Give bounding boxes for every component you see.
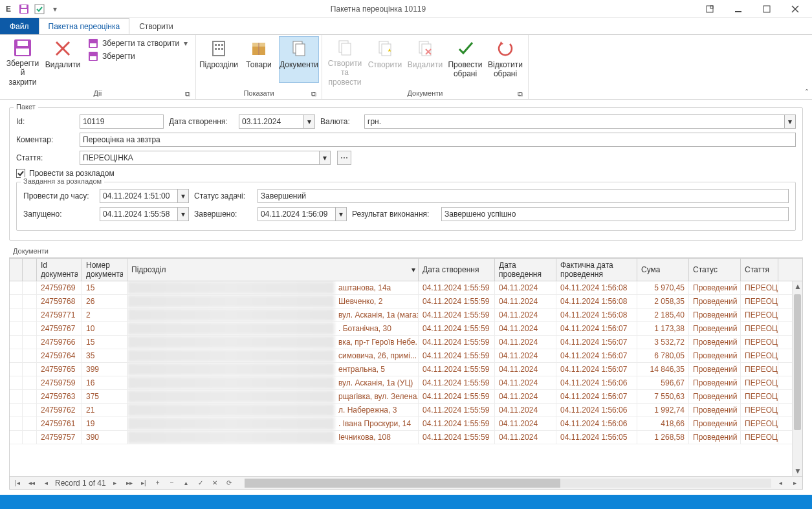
- chevron-down-icon[interactable]: ▾: [303, 114, 315, 129]
- row-selector-header[interactable]: [10, 259, 23, 281]
- pin-button[interactable]: [696, 0, 724, 18]
- qat-save-as-icon[interactable]: [34, 3, 45, 15]
- row-selector[interactable]: [10, 309, 23, 321]
- row-selector[interactable]: [10, 404, 23, 417]
- row-selector[interactable]: [10, 295, 23, 308]
- row-selector[interactable]: [10, 349, 23, 362]
- nav-edit[interactable]: ▴: [181, 478, 192, 488]
- nav-end-edit[interactable]: ✓: [195, 478, 206, 488]
- qat-save-icon[interactable]: [18, 3, 30, 15]
- article-field[interactable]: ПЕРЕОЦІНКА▾: [80, 151, 331, 165]
- row-selector[interactable]: [10, 336, 23, 349]
- tab-main[interactable]: Пакетна переоцінка: [39, 18, 130, 34]
- vertical-scrollbar[interactable]: ▲ ▼: [792, 281, 802, 476]
- run-selected-button[interactable]: Провести обрані: [445, 36, 485, 83]
- scrollbar-thumb[interactable]: [794, 294, 801, 430]
- col-article[interactable]: Стаття: [741, 259, 778, 281]
- minimize-button[interactable]: [724, 0, 752, 18]
- nav-last[interactable]: ▸|: [138, 478, 149, 488]
- filter-dropdown-icon[interactable]: ▾: [411, 265, 415, 274]
- hscrollbar-thumb[interactable]: [245, 479, 561, 488]
- comment-field[interactable]: Переоцінка на звзтра: [80, 133, 796, 147]
- nav-cancel[interactable]: ✕: [210, 478, 220, 488]
- table-row[interactable]: 2475975916вул. Асканія, 1а (УЦ)04.11.202…: [10, 376, 802, 390]
- col-status[interactable]: Статус: [689, 259, 741, 281]
- qat-dropdown-icon[interactable]: ▾: [49, 3, 61, 15]
- horizontal-scrollbar[interactable]: [245, 479, 771, 488]
- nav-next-page[interactable]: ▸▸: [124, 478, 135, 488]
- chevron-down-icon[interactable]: ▾: [335, 207, 347, 221]
- tab-create[interactable]: Створити: [129, 18, 183, 34]
- maximize-button[interactable]: [752, 0, 781, 18]
- scroll-down-icon[interactable]: ▼: [793, 466, 802, 476]
- hscroll-right-icon[interactable]: ▸: [789, 478, 800, 488]
- chevron-down-icon[interactable]: ▾: [784, 114, 796, 129]
- rollback-selected-button[interactable]: Відкотити обрані: [485, 36, 525, 83]
- save-button[interactable]: Зберегти: [87, 50, 189, 62]
- nav-first[interactable]: |◂: [12, 478, 23, 488]
- chevron-down-icon[interactable]: ▾: [319, 151, 331, 165]
- col-number[interactable]: Номер документа: [82, 259, 127, 281]
- nav-prev-page[interactable]: ◂◂: [27, 478, 37, 488]
- nav-remove[interactable]: −: [167, 478, 177, 488]
- col-created[interactable]: Дата створення: [419, 259, 495, 281]
- table-row[interactable]: 2475976615вка, пр-т Героїв Небе...04.11.…: [10, 336, 802, 349]
- save-and-create-button[interactable]: Зберегти та створити ▾: [87, 38, 189, 49]
- scroll-up-icon[interactable]: ▲: [793, 281, 802, 292]
- close-button[interactable]: [781, 0, 809, 18]
- finished-field[interactable]: 04.11.2024 1:56:09▾: [258, 207, 347, 221]
- id-field[interactable]: 10119: [80, 114, 164, 129]
- table-row[interactable]: 2475976435симовича, 26, примі...04.11.20…: [10, 349, 802, 363]
- currency-field[interactable]: грн.▾: [364, 114, 796, 129]
- hscroll-left-icon[interactable]: ◂: [775, 478, 785, 488]
- nav-prev[interactable]: ◂: [41, 478, 51, 488]
- table-row[interactable]: 2475976119. Івана Проскури, 1404.11.2024…: [10, 417, 802, 431]
- row-selector[interactable]: [10, 390, 23, 403]
- dialog-launcher-icon[interactable]: ⧉: [516, 90, 524, 98]
- chevron-down-icon[interactable]: ▾: [177, 189, 189, 203]
- table-row[interactable]: 2475976221л. Набережна, 304.11.2024 1:55…: [10, 404, 802, 417]
- table-row[interactable]: 24759763375рщагівка, вул. Зелена...04.11…: [10, 390, 802, 404]
- table-row[interactable]: 24759757390Іечникова, 10804.11.2024 1:55…: [10, 431, 802, 444]
- col-date-run[interactable]: Дата проведення: [495, 259, 556, 281]
- date-field[interactable]: 03.11.2024▾: [239, 114, 315, 129]
- create-run-button[interactable]: Створити та провести: [325, 36, 365, 83]
- run-until-field[interactable]: 04.11.2024 1:51:00▾: [100, 189, 189, 203]
- row-indicator-header[interactable]: [23, 259, 37, 281]
- delete-one-button[interactable]: Видалити: [405, 36, 445, 83]
- delete-button[interactable]: Видалити: [43, 36, 83, 83]
- run-by-schedule-checkbox[interactable]: Провести за розкладом: [16, 169, 796, 178]
- save-close-button[interactable]: Зберегти й закрити: [3, 36, 43, 83]
- col-fact-date[interactable]: Фактична дата проведення: [556, 259, 637, 281]
- table-row[interactable]: 247597712вул. Асканія, 1а (магаз...04.11…: [10, 309, 802, 322]
- col-sum[interactable]: Сума: [637, 259, 689, 281]
- tab-file[interactable]: Файл: [0, 18, 39, 34]
- documents-button[interactable]: Документи: [279, 36, 319, 83]
- row-selector[interactable]: [10, 431, 23, 444]
- col-division[interactable]: Підрозділ▾: [127, 259, 419, 281]
- ribbon-collapse-icon[interactable]: ˆ: [806, 89, 808, 98]
- col-id[interactable]: Id документа: [37, 259, 82, 281]
- table-row[interactable]: 24759765399ентральна, 504.11.2024 1:55:5…: [10, 363, 802, 376]
- row-selector[interactable]: [10, 322, 23, 335]
- dialog-launcher-icon[interactable]: ⧉: [310, 90, 318, 98]
- article-browse-button[interactable]: ⋯: [337, 151, 351, 165]
- table-row[interactable]: 2475976915аштанова, 14а04.11.2024 1:55:5…: [10, 281, 802, 295]
- divisions-button[interactable]: Підрозділи: [199, 36, 239, 83]
- row-selector[interactable]: [10, 363, 23, 376]
- goods-button[interactable]: Товари: [239, 36, 279, 83]
- dialog-launcher-icon[interactable]: ⧉: [184, 90, 192, 98]
- create-one-button[interactable]: Створити: [365, 36, 405, 83]
- row-selector[interactable]: [10, 281, 23, 294]
- nav-add[interactable]: +: [153, 478, 163, 488]
- row-selector[interactable]: [10, 376, 23, 389]
- nav-refresh[interactable]: ⟳: [224, 478, 234, 488]
- table-row[interactable]: 2475976826Шевченко, 204.11.2024 1:55:590…: [10, 295, 802, 309]
- title-bar: E ▾ Пакетна переоцінка 10119: [0, 0, 812, 18]
- table-row[interactable]: 2475976710. Ботанічна, 3004.11.2024 1:55…: [10, 322, 802, 336]
- chevron-down-icon[interactable]: ▾: [177, 207, 189, 221]
- row-selector[interactable]: [10, 417, 23, 430]
- grid-body[interactable]: ▲ ▼ 2475976915аштанова, 14а04.11.2024 1:…: [10, 281, 802, 476]
- started-field[interactable]: 04.11.2024 1:55:58▾: [100, 207, 189, 221]
- nav-next[interactable]: ▸: [110, 478, 120, 488]
